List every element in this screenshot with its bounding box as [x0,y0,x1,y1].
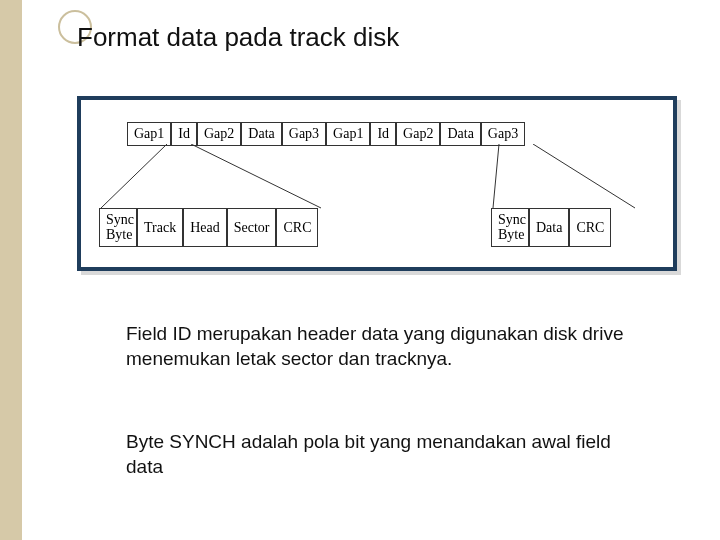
id-sector: Sector [227,208,277,247]
svg-line-3 [533,144,635,208]
svg-line-2 [493,144,499,208]
side-ribbon [0,0,22,540]
id-track: Track [137,208,183,247]
sector-sequence-row: Gap1 Id Gap2 Data Gap3 Gap1 Id Gap2 Data… [127,122,525,146]
data-crc: CRC [569,208,611,247]
id-crc: CRC [276,208,318,247]
seq-cell: Gap2 [396,122,440,146]
slide-title: Format data pada track disk [77,22,399,53]
seq-cell: Gap1 [127,122,171,146]
seq-cell: Gap3 [282,122,326,146]
svg-line-1 [191,144,321,208]
seq-cell: Gap3 [481,122,525,146]
connector-lines [81,144,681,214]
id-sync-byte: Sync Byte [99,208,137,247]
svg-line-0 [101,144,167,208]
data-field-breakdown: Sync Byte Data CRC [491,208,611,247]
id-field-breakdown: Sync Byte Track Head Sector CRC [99,208,318,247]
data-sync-byte: Sync Byte [491,208,529,247]
seq-cell-id: Id [370,122,396,146]
seq-cell-data: Data [440,122,480,146]
seq-cell-id: Id [171,122,197,146]
paragraph-id-field: Field ID merupakan header data yang digu… [126,322,646,371]
id-head: Head [183,208,227,247]
data-payload: Data [529,208,569,247]
track-format-diagram: Gap1 Id Gap2 Data Gap3 Gap1 Id Gap2 Data… [77,96,677,271]
paragraph-sync-byte: Byte SYNCH adalah pola bit yang menandak… [126,430,646,479]
seq-cell-data: Data [241,122,281,146]
seq-cell: Gap2 [197,122,241,146]
seq-cell: Gap1 [326,122,370,146]
